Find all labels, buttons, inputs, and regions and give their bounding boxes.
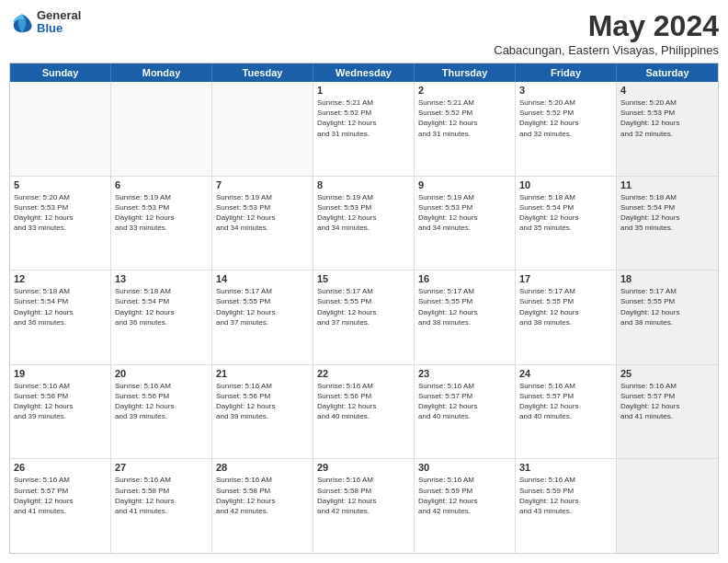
calendar-cell [212,82,313,176]
calendar-cell: 29Sunrise: 5:16 AM Sunset: 5:58 PM Dayli… [313,459,415,553]
calendar-cell: 31Sunrise: 5:16 AM Sunset: 5:59 PM Dayli… [516,459,617,553]
calendar-row: 1Sunrise: 5:21 AM Sunset: 5:52 PM Daylig… [10,82,718,177]
day-number: 8 [317,179,410,190]
cell-info: Sunrise: 5:18 AM Sunset: 5:54 PM Dayligh… [519,192,612,234]
calendar-cell [111,82,212,176]
day-number: 15 [317,273,410,284]
weekday-header: Monday [111,63,212,82]
logo-text: General Blue [37,9,81,36]
header: General Blue May 2024 Cabacungan, Easter… [9,9,719,57]
title-section: May 2024 Cabacungan, Eastern Visayas, Ph… [494,9,719,57]
day-number: 9 [418,179,511,190]
cell-info: Sunrise: 5:16 AM Sunset: 5:56 PM Dayligh… [216,381,309,422]
cell-info: Sunrise: 5:19 AM Sunset: 5:53 PM Dayligh… [317,192,410,234]
weekday-header: Sunday [10,63,111,82]
calendar-cell: 1Sunrise: 5:21 AM Sunset: 5:52 PM Daylig… [313,82,415,176]
cell-info: Sunrise: 5:16 AM Sunset: 5:58 PM Dayligh… [317,475,410,516]
calendar-cell: 20Sunrise: 5:16 AM Sunset: 5:56 PM Dayli… [111,365,212,459]
day-number: 16 [418,273,511,284]
day-number: 19 [14,368,107,379]
logo: General Blue [9,9,81,36]
calendar-cell: 6Sunrise: 5:19 AM Sunset: 5:53 PM Daylig… [111,177,212,270]
day-number: 6 [115,179,208,190]
day-number: 24 [519,368,612,379]
calendar: SundayMondayTuesdayWednesdayThursdayFrid… [9,63,719,554]
calendar-cell: 15Sunrise: 5:17 AM Sunset: 5:55 PM Dayli… [313,270,415,364]
day-number: 27 [115,462,208,473]
day-number: 30 [418,462,511,473]
day-number: 13 [115,273,208,284]
calendar-cell: 18Sunrise: 5:17 AM Sunset: 5:55 PM Dayli… [617,270,718,364]
calendar-cell: 13Sunrise: 5:18 AM Sunset: 5:54 PM Dayli… [111,270,212,364]
day-number: 25 [620,368,714,379]
cell-info: Sunrise: 5:19 AM Sunset: 5:53 PM Dayligh… [216,192,309,234]
calendar-cell: 14Sunrise: 5:17 AM Sunset: 5:55 PM Dayli… [212,270,313,364]
weekday-header: Wednesday [313,63,415,82]
cell-info: Sunrise: 5:21 AM Sunset: 5:52 PM Dayligh… [317,98,410,139]
day-number: 4 [620,85,714,96]
day-number: 28 [216,462,309,473]
calendar-header: SundayMondayTuesdayWednesdayThursdayFrid… [10,63,718,82]
calendar-cell: 12Sunrise: 5:18 AM Sunset: 5:54 PM Dayli… [10,270,111,364]
location: Cabacungan, Eastern Visayas, Philippines [494,43,719,57]
calendar-cell: 3Sunrise: 5:20 AM Sunset: 5:52 PM Daylig… [516,82,617,176]
weekday-header: Tuesday [212,63,313,82]
calendar-cell: 26Sunrise: 5:16 AM Sunset: 5:57 PM Dayli… [10,459,111,553]
day-number: 10 [519,179,612,190]
day-number: 14 [216,273,309,284]
weekday-header: Thursday [415,63,516,82]
day-number: 1 [317,85,410,96]
day-number: 5 [14,179,107,190]
logo-blue: Blue [37,22,81,35]
calendar-cell: 10Sunrise: 5:18 AM Sunset: 5:54 PM Dayli… [516,177,617,270]
month-title: May 2024 [494,9,719,43]
day-number: 3 [519,85,612,96]
cell-info: Sunrise: 5:20 AM Sunset: 5:53 PM Dayligh… [14,192,107,234]
calendar-row: 12Sunrise: 5:18 AM Sunset: 5:54 PM Dayli… [10,270,718,365]
calendar-cell: 28Sunrise: 5:16 AM Sunset: 5:58 PM Dayli… [212,459,313,553]
cell-info: Sunrise: 5:20 AM Sunset: 5:52 PM Dayligh… [519,98,612,139]
day-number: 11 [620,179,714,190]
calendar-cell: 2Sunrise: 5:21 AM Sunset: 5:52 PM Daylig… [415,82,516,176]
calendar-cell: 11Sunrise: 5:18 AM Sunset: 5:54 PM Dayli… [617,177,718,270]
calendar-cell: 24Sunrise: 5:16 AM Sunset: 5:57 PM Dayli… [516,365,617,459]
day-number: 18 [620,273,714,284]
calendar-cell: 7Sunrise: 5:19 AM Sunset: 5:53 PM Daylig… [212,177,313,270]
cell-info: Sunrise: 5:16 AM Sunset: 5:59 PM Dayligh… [418,475,511,516]
cell-info: Sunrise: 5:17 AM Sunset: 5:55 PM Dayligh… [418,286,511,327]
cell-info: Sunrise: 5:17 AM Sunset: 5:55 PM Dayligh… [620,286,714,327]
calendar-cell [617,459,718,553]
cell-info: Sunrise: 5:17 AM Sunset: 5:55 PM Dayligh… [519,286,612,327]
calendar-body: 1Sunrise: 5:21 AM Sunset: 5:52 PM Daylig… [10,82,718,553]
cell-info: Sunrise: 5:16 AM Sunset: 5:59 PM Dayligh… [519,475,612,516]
cell-info: Sunrise: 5:16 AM Sunset: 5:56 PM Dayligh… [115,381,208,422]
cell-info: Sunrise: 5:19 AM Sunset: 5:53 PM Dayligh… [115,192,208,234]
calendar-cell: 22Sunrise: 5:16 AM Sunset: 5:56 PM Dayli… [313,365,415,459]
cell-info: Sunrise: 5:16 AM Sunset: 5:57 PM Dayligh… [418,381,511,422]
day-number: 12 [14,273,107,284]
calendar-row: 19Sunrise: 5:16 AM Sunset: 5:56 PM Dayli… [10,365,718,460]
day-number: 7 [216,179,309,190]
cell-info: Sunrise: 5:16 AM Sunset: 5:58 PM Dayligh… [115,475,208,516]
cell-info: Sunrise: 5:16 AM Sunset: 5:58 PM Dayligh… [216,475,309,516]
calendar-cell [10,82,111,176]
cell-info: Sunrise: 5:20 AM Sunset: 5:53 PM Dayligh… [620,98,714,139]
day-number: 23 [418,368,511,379]
calendar-cell: 27Sunrise: 5:16 AM Sunset: 5:58 PM Dayli… [111,459,212,553]
cell-info: Sunrise: 5:21 AM Sunset: 5:52 PM Dayligh… [418,98,511,139]
day-number: 26 [14,462,107,473]
cell-info: Sunrise: 5:18 AM Sunset: 5:54 PM Dayligh… [115,286,208,327]
calendar-row: 5Sunrise: 5:20 AM Sunset: 5:53 PM Daylig… [10,177,718,271]
cell-info: Sunrise: 5:17 AM Sunset: 5:55 PM Dayligh… [317,286,410,327]
calendar-cell: 17Sunrise: 5:17 AM Sunset: 5:55 PM Dayli… [516,270,617,364]
day-number: 20 [115,368,208,379]
day-number: 29 [317,462,410,473]
cell-info: Sunrise: 5:19 AM Sunset: 5:53 PM Dayligh… [418,192,511,234]
calendar-cell: 8Sunrise: 5:19 AM Sunset: 5:53 PM Daylig… [313,177,415,270]
cell-info: Sunrise: 5:16 AM Sunset: 5:56 PM Dayligh… [317,381,410,422]
cell-info: Sunrise: 5:16 AM Sunset: 5:57 PM Dayligh… [620,381,714,422]
cell-info: Sunrise: 5:16 AM Sunset: 5:56 PM Dayligh… [14,381,107,422]
page: General Blue May 2024 Cabacungan, Easter… [0,0,728,563]
calendar-cell: 16Sunrise: 5:17 AM Sunset: 5:55 PM Dayli… [415,270,516,364]
day-number: 17 [519,273,612,284]
